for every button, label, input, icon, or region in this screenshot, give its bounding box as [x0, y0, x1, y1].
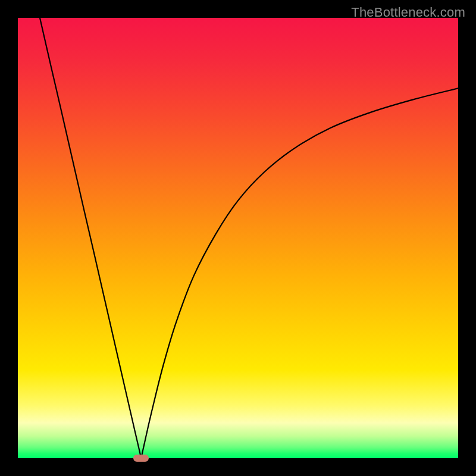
chart-frame: TheBottleneck.com — [0, 0, 476, 476]
curve-left-branch — [40, 18, 141, 458]
watermark-text: TheBottleneck.com — [351, 5, 465, 20]
plot-area — [18, 18, 458, 458]
curve-layer — [18, 18, 458, 458]
curve-right-branch — [141, 88, 458, 458]
cusp-marker — [133, 455, 149, 462]
